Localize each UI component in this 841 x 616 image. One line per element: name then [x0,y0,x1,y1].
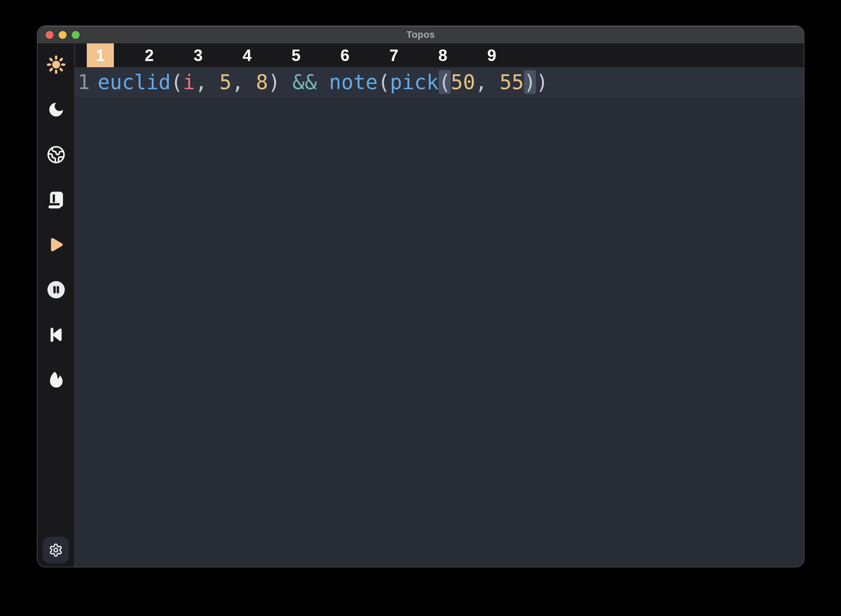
play-icon [47,236,65,254]
skip-back-icon [47,325,66,344]
titlebar: Topos [38,26,804,43]
sidebar-button-play[interactable] [47,235,66,254]
tab-6[interactable]: 6 [331,43,359,67]
code-token: 50 [451,70,475,94]
tab-8[interactable]: 8 [429,43,456,67]
sidebar-button-docs[interactable] [47,190,66,209]
pause-icon [47,280,66,299]
app-body: 123456789 1euclid(i, 5, 8) && note(pick(… [38,43,804,567]
tab-9[interactable]: 9 [478,43,505,67]
tab-2[interactable]: 2 [136,43,163,67]
code-token [317,70,329,94]
sidebar-button-theme-dark[interactable] [47,100,66,119]
close-button[interactable] [46,31,54,39]
code-token: 8 [256,70,268,94]
sidebar-button-globe[interactable] [47,145,66,164]
flame-icon [47,371,65,389]
tab-5[interactable]: 5 [283,43,309,67]
minimize-button[interactable] [59,31,67,39]
code-token: , [475,70,500,94]
line-number: 1 [78,70,90,94]
window-title: Topos [406,29,435,40]
code-token: ) [268,70,293,94]
sidebar-button-flame[interactable] [47,370,66,389]
code-token: ( [378,70,390,94]
code-token: ( [171,70,183,94]
code-token: euclid [98,70,171,94]
tab-1[interactable]: 1 [87,43,114,67]
code-tokens: euclid(i, 5, 8) && note(pick(50, 55)) [98,70,548,94]
sidebar-button-theme-light[interactable] [47,55,66,74]
matched-bracket: ) [524,70,536,94]
active-code-line[interactable]: 1euclid(i, 5, 8) && note(pick(50, 55)) [75,67,804,97]
book-icon [47,191,65,209]
code-token: 5 [220,70,231,94]
matched-bracket: ( [439,70,451,94]
sidebar-button-pause[interactable] [47,280,66,299]
globe-icon [47,145,66,164]
zoom-button[interactable] [72,31,80,39]
code-token: 55 [500,70,524,94]
tab-7[interactable]: 7 [380,43,407,67]
script-tabbar: 123456789 [75,43,804,67]
settings-button[interactable] [43,537,69,563]
app-window: Topos [37,25,804,568]
code-token: ) [536,70,548,94]
traffic-lights [46,26,80,43]
main-column: 123456789 1euclid(i, 5, 8) && note(pick(… [75,43,804,567]
sidebar-button-skip-back[interactable] [47,325,66,344]
moon-icon [47,101,65,119]
code-token: && [293,70,317,94]
code-token: , [195,70,220,94]
code-editor[interactable]: 1euclid(i, 5, 8) && note(pick(50, 55)) [75,67,804,567]
sun-icon [47,55,66,75]
code-token: note [329,70,378,94]
code-token: pick [390,70,438,94]
gear-icon [48,543,63,557]
tab-4[interactable]: 4 [234,43,261,67]
desktop-background: Topos [0,0,841,616]
code-token: i [183,70,195,94]
code-token: , [231,70,256,94]
sidebar [38,43,75,567]
tab-3[interactable]: 3 [185,43,212,67]
